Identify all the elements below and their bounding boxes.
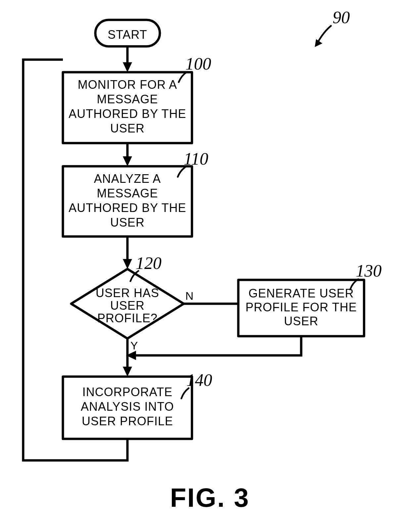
svg-text:MESSAGE: MESSAGE xyxy=(97,186,158,200)
svg-marker-1 xyxy=(123,62,132,72)
svg-text:AUTHORED BY THE: AUTHORED BY THE xyxy=(69,107,186,121)
svg-text:100: 100 xyxy=(185,54,211,73)
svg-text:PROFILE FOR THE: PROFILE FOR THE xyxy=(246,300,357,314)
svg-text:USER HAS: USER HAS xyxy=(96,286,159,300)
edge-110-to-120 xyxy=(123,236,132,269)
svg-marker-5 xyxy=(123,259,132,269)
svg-text:USER: USER xyxy=(284,314,318,328)
node-120: USER HAS USER PROFILE? xyxy=(71,269,184,339)
node-130: GENERATE USER PROFILE FOR THE USER xyxy=(238,280,364,336)
flowchart-fig3: START MONITOR FOR A MESSAGE AUTHORED BY … xyxy=(0,0,420,522)
svg-text:140: 140 xyxy=(186,371,212,390)
node-100: MONITOR FOR A MESSAGE AUTHORED BY THE US… xyxy=(63,72,192,143)
svg-text:ANALYZE A: ANALYZE A xyxy=(94,172,161,185)
node-140: INCORPORATE ANALYSIS INTO USER PROFILE xyxy=(63,377,192,439)
edge-start-to-100 xyxy=(123,46,132,72)
svg-text:USER: USER xyxy=(110,122,145,135)
start-label: START xyxy=(108,28,147,41)
svg-text:130: 130 xyxy=(356,261,382,280)
svg-text:MONITOR FOR A: MONITOR FOR A xyxy=(78,78,177,91)
svg-text:AUTHORED BY THE: AUTHORED BY THE xyxy=(69,201,186,215)
svg-text:90: 90 xyxy=(333,8,350,27)
svg-text:ANALYSIS INTO: ANALYSIS INTO xyxy=(81,400,174,413)
svg-marker-3 xyxy=(123,156,132,166)
svg-text:MESSAGE: MESSAGE xyxy=(97,92,158,106)
svg-text:PROFILE?: PROFILE? xyxy=(97,311,158,325)
svg-text:USER: USER xyxy=(110,216,145,229)
edge-130-to-merge xyxy=(126,336,301,360)
svg-text:USER PROFILE: USER PROFILE xyxy=(82,414,173,428)
svg-text:INCORPORATE: INCORPORATE xyxy=(82,385,172,399)
svg-text:USER: USER xyxy=(110,299,145,312)
decision-yes: Y xyxy=(130,339,138,352)
node-start: START xyxy=(95,20,160,46)
node-110: ANALYZE A MESSAGE AUTHORED BY THE USER xyxy=(63,166,192,236)
svg-marker-8 xyxy=(123,367,132,377)
decision-no: N xyxy=(185,289,194,302)
ref-90: 90 xyxy=(315,8,350,47)
svg-text:120: 120 xyxy=(136,254,162,273)
svg-text:110: 110 xyxy=(184,149,208,168)
figure-title: FIG. 3 xyxy=(170,483,250,512)
svg-text:GENERATE USER: GENERATE USER xyxy=(249,287,354,300)
edge-100-to-110 xyxy=(123,143,132,166)
